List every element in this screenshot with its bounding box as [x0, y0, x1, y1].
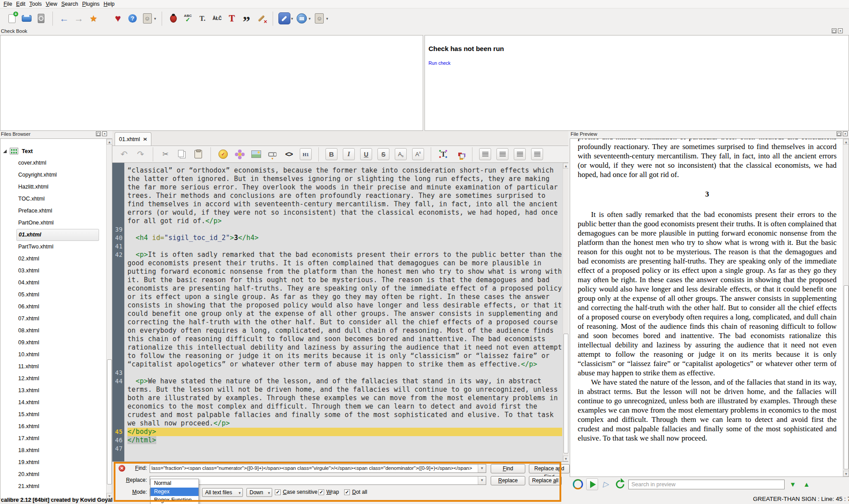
file-item-20.xhtml[interactable]: 20.xhtml: [0, 469, 106, 480]
checkbox-box[interactable]: ✓: [344, 489, 350, 495]
run-preview-icon[interactable]: [586, 478, 598, 490]
file-item-PartTwo.xhtml[interactable]: PartTwo.xhtml: [0, 241, 106, 253]
float-panel-icon[interactable]: [832, 28, 837, 33]
user-manual-icon[interactable]: [141, 12, 153, 24]
code-line-43[interactable]: 43: [112, 369, 562, 377]
forward-icon[interactable]: [73, 12, 85, 24]
close-panel-icon[interactable]: [102, 131, 107, 136]
help-icon[interactable]: [127, 12, 139, 24]
file-item-06.xhtml[interactable]: 06.xhtml: [0, 301, 106, 313]
run-check-link[interactable]: Run check: [428, 60, 451, 66]
file-item-08.xhtml[interactable]: 08.xhtml: [0, 325, 106, 337]
mode-option-regex[interactable]: Regex: [151, 488, 198, 496]
sync-position-icon[interactable]: [601, 479, 612, 490]
replace-input[interactable]: ▼: [150, 476, 486, 485]
align-center-icon[interactable]: [496, 148, 508, 160]
special-character-icon[interactable]: [218, 149, 229, 160]
menu-tools[interactable]: Tools: [29, 0, 46, 8]
subscript-icon[interactable]: [395, 148, 407, 160]
code-line-45[interactable]: 45</body>: [112, 428, 562, 436]
dropdown-arrow-icon[interactable]: ▾: [154, 16, 156, 21]
checkbox-dot-all[interactable]: ✓Dot all: [344, 489, 367, 495]
fix-text-icon[interactable]: [197, 12, 209, 24]
mode-dropdown-list[interactable]: NormalRegexRegex-Function: [150, 479, 199, 504]
code-line-44[interactable]: 44 <p>We have stated the nature of the l…: [112, 377, 562, 428]
code-line-46[interactable]: 46</html>: [112, 436, 562, 445]
book-polish-icon[interactable]: [35, 12, 47, 24]
file-item-TOC.xhtml[interactable]: TOC.xhtml: [0, 193, 106, 205]
file-item-07.xhtml[interactable]: 07.xhtml: [0, 313, 106, 325]
spellcheck-icon[interactable]: [182, 12, 194, 24]
menu-file[interactable]: File: [4, 0, 16, 8]
file-item-19.xhtml[interactable]: 19.xhtml: [0, 457, 106, 469]
menu-search[interactable]: Search: [61, 0, 82, 8]
auto-reload-icon[interactable]: [572, 479, 583, 490]
checkbox-case-sensitive[interactable]: ✓Case sensitive: [275, 489, 317, 495]
undo-icon[interactable]: [119, 149, 130, 160]
find-next-icon[interactable]: [787, 479, 798, 490]
smarten-punctuation-icon[interactable]: [241, 12, 253, 24]
back-icon[interactable]: [58, 12, 70, 24]
file-item-PartOne.xhtml[interactable]: PartOne.xhtml: [0, 217, 106, 229]
dropdown-arrow-icon[interactable]: ▾: [326, 16, 329, 21]
file-item-Preface.xhtml[interactable]: Preface.xhtml: [0, 205, 106, 217]
donate-icon[interactable]: [112, 12, 124, 24]
file-item-Hazlitt.xhtml[interactable]: Hazlitt.xhtml: [0, 181, 106, 193]
background-color-icon[interactable]: [454, 149, 465, 160]
menu-edit[interactable]: Edit: [16, 0, 29, 8]
clean-markup-icon[interactable]: [255, 12, 267, 24]
file-item-14.xhtml[interactable]: 14.xhtml: [0, 397, 106, 409]
check-book-icon[interactable]: [167, 12, 179, 24]
file-item-16.xhtml[interactable]: 16.xhtml: [0, 421, 106, 433]
insert-link-icon[interactable]: [267, 149, 278, 160]
file-item-15.xhtml[interactable]: 15.xhtml: [0, 409, 106, 421]
dropdown-arrow-icon[interactable]: ▾: [309, 16, 311, 21]
align-left-icon[interactable]: [479, 148, 491, 160]
insert-tag-icon[interactable]: [283, 149, 294, 160]
find-previous-icon[interactable]: [801, 479, 812, 490]
file-item-cover.xhtml[interactable]: cover.xhtml: [0, 157, 106, 169]
find-input[interactable]: lass="fraction"><span class="numerator">…: [150, 464, 486, 473]
preview-search-input[interactable]: Search in preview: [628, 480, 785, 489]
checkbox-wrap[interactable]: ✓Wrap: [318, 489, 339, 495]
file-item-03.xhtml[interactable]: 03.xhtml: [0, 265, 106, 277]
heading-icon[interactable]: [300, 148, 312, 160]
superscript-icon[interactable]: [412, 148, 424, 160]
float-panel-icon[interactable]: [837, 131, 841, 136]
file-item-05.xhtml[interactable]: 05.xhtml: [0, 289, 106, 301]
file-item-01.xhtml[interactable]: 01.xhtml: [16, 229, 99, 241]
preview-document[interactable]: precise and minute examination of partic…: [570, 139, 843, 476]
remove-formatting-icon[interactable]: [226, 12, 238, 24]
float-panel-icon[interactable]: [96, 131, 101, 136]
italic-icon[interactable]: [343, 148, 355, 160]
code-content[interactable]: “classical” or “orthodox” economists, be…: [112, 163, 562, 461]
scope-select[interactable]: All text files: [202, 488, 243, 497]
bold-icon[interactable]: [325, 148, 337, 160]
code-line-42[interactable]: 42 <p>It is often sadly remarked that th…: [112, 251, 562, 369]
tab-01-xhtml[interactable]: 01.xhtml ×: [115, 132, 151, 146]
file-item-13.xhtml[interactable]: 13.xhtml: [0, 385, 106, 397]
insert-image-icon[interactable]: [250, 149, 262, 160]
close-panel-icon[interactable]: [838, 28, 843, 33]
file-item-11.xhtml[interactable]: 11.xhtml: [0, 361, 106, 373]
refresh-preview-icon[interactable]: [615, 479, 626, 490]
redo-icon[interactable]: [135, 149, 146, 160]
expander-icon[interactable]: [3, 150, 7, 153]
mode-option-normal[interactable]: Normal: [151, 479, 198, 488]
strikethrough-icon[interactable]: [377, 148, 389, 160]
cut-icon[interactable]: [160, 149, 171, 160]
underline-icon[interactable]: [360, 148, 372, 160]
menu-plugins[interactable]: Plugins: [82, 0, 103, 8]
copy-icon[interactable]: [176, 149, 187, 160]
checkbox-box[interactable]: ✓: [318, 489, 324, 495]
button-replace-all[interactable]: Replace all: [529, 476, 562, 485]
file-item-02.xhtml[interactable]: 02.xhtml: [0, 253, 106, 265]
file-item-10.xhtml[interactable]: 10.xhtml: [0, 349, 106, 361]
dropdown-arrow-icon[interactable]: ▾: [291, 16, 294, 21]
align-right-icon[interactable]: [514, 148, 526, 160]
file-item-17.xhtml[interactable]: 17.xhtml: [0, 433, 106, 445]
file-item-09.xhtml[interactable]: 09.xhtml: [0, 337, 106, 349]
replace-history-dropdown-icon[interactable]: ▼: [478, 476, 486, 484]
button-replace[interactable]: Replace: [491, 476, 525, 485]
file-item-04.xhtml[interactable]: 04.xhtml: [0, 277, 106, 289]
